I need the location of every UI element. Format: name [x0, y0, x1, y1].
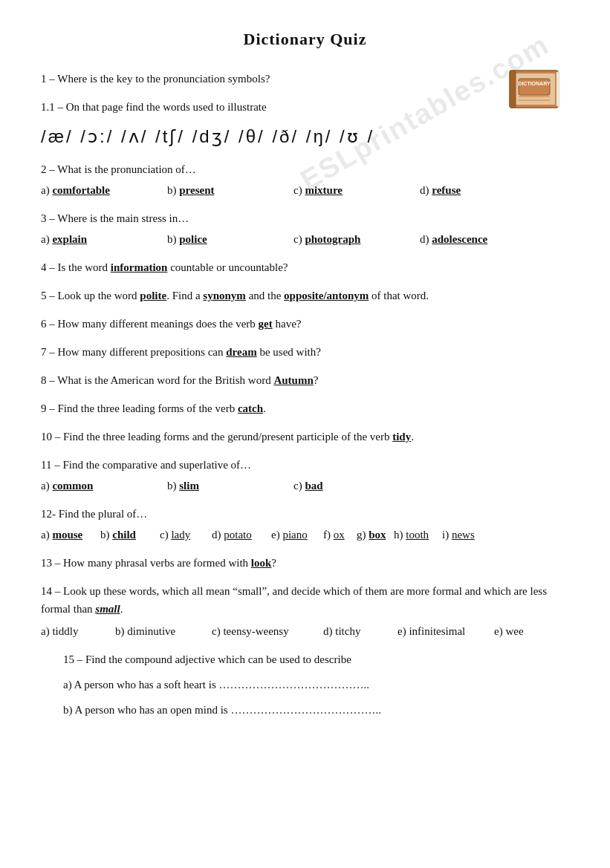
question-14: 14 – Look up these words, which all mean…	[41, 582, 569, 640]
q12-option-g: g) box	[357, 526, 394, 544]
question-1: 1 – Where is the key to the pronunciatio…	[41, 70, 569, 88]
q2-option-b: b) present	[167, 181, 293, 199]
q3-options: a) explain b) police c) photograph d) ad…	[41, 230, 569, 248]
question-4: 4 – Is the word information countable or…	[41, 258, 569, 276]
question-1-1: 1.1 – On that page find the words used t…	[41, 98, 569, 116]
question-7: 7 – How many different prepositions can …	[41, 343, 569, 361]
q2-options: a) comfortable b) present c) mixture d) …	[41, 181, 569, 199]
q1-1-text: 1.1 – On that page find the words used t…	[41, 101, 267, 113]
q3-option-c: c) photograph	[293, 230, 420, 248]
q12-option-a: a) mouse	[41, 526, 100, 544]
q12-option-f: f) ox	[323, 526, 357, 544]
question-13: 13 – How many phrasal verbs are formed w…	[41, 554, 569, 572]
q14-option-e2: e) wee	[494, 622, 539, 640]
svg-rect-3	[557, 72, 559, 106]
q15-b: b) A person who has an open mind is ……………	[63, 701, 569, 719]
svg-rect-2	[510, 71, 516, 108]
q2-option-a: a) comfortable	[41, 181, 167, 199]
q15-text: 15 – Find the compound adjective which c…	[63, 653, 351, 665]
q12-text: 12- Find the plural of…	[41, 508, 147, 520]
q11-option-b: b) slim	[167, 477, 293, 495]
q15-a: a) A person who has a soft heart is ……………	[63, 676, 569, 694]
dictionary-icon: DICTIONARY	[502, 59, 569, 115]
q2-option-c: c) mixture	[293, 181, 420, 199]
question-5: 5 – Look up the word polite. Find a syno…	[41, 287, 569, 304]
svg-text:DICTIONARY: DICTIONARY	[518, 81, 551, 86]
q14-option-e: e) infinitesimal	[398, 622, 494, 640]
q3-text: 3 – Where is the main stress in…	[41, 212, 189, 224]
q11-options: a) common b) slim c) bad	[41, 477, 569, 495]
q14-option-c: c) teensy-weensy	[212, 622, 323, 640]
q14-option-a: a) tiddly	[41, 622, 115, 640]
question-3: 3 – Where is the main stress in… a) expl…	[41, 209, 569, 248]
q12-options: a) mouse b) child c) lady d) potato e) p…	[41, 526, 569, 544]
q11-text: 11 – Find the comparative and superlativ…	[41, 459, 251, 471]
q1-text: 1 – Where is the key to the pronunciatio…	[41, 73, 270, 85]
question-8: 8 – What is the American word for the Br…	[41, 371, 569, 389]
page-title: Dictionary Quiz	[41, 30, 569, 49]
question-9: 9 – Find the three leading forms of the …	[41, 399, 569, 417]
q14-option-b: b) diminutive	[115, 622, 212, 640]
q12-option-i: i) news	[442, 526, 483, 544]
question-15: 15 – Find the compound adjective which c…	[63, 650, 569, 719]
q11-option-a: a) common	[41, 477, 167, 495]
q14-options: a) tiddly b) diminutive c) teensy-weensy…	[41, 622, 569, 640]
question-2: 2 – What is the pronunciation of… a) com…	[41, 160, 569, 199]
q12-option-b: b) child	[100, 526, 160, 544]
q2-option-d: d) refuse	[420, 181, 546, 199]
question-11: 11 – Find the comparative and superlativ…	[41, 456, 569, 495]
q12-option-h: h) tooth	[394, 526, 442, 544]
q14-option-d: d) titchy	[323, 622, 398, 640]
q12-option-c: c) lady	[160, 526, 212, 544]
q2-text: 2 – What is the pronunciation of…	[41, 163, 196, 175]
question-12: 12- Find the plural of… a) mouse b) chil…	[41, 505, 569, 544]
q3-option-d: d) adolescence	[420, 230, 546, 248]
q12-option-e: e) piano	[271, 526, 323, 544]
question-6: 6 – How many different meanings does the…	[41, 315, 569, 333]
phonetics-row: /æ/ /ɔ:/ /ʌ/ /tʃ/ /dʒ/ /θ/ /ð/ /ŋ/ /ʊ /	[41, 126, 569, 147]
question-10: 10 – Find the three leading forms and th…	[41, 428, 569, 446]
q12-option-d: d) potato	[212, 526, 271, 544]
q3-option-b: b) police	[167, 230, 293, 248]
q11-option-c: c) bad	[293, 477, 420, 495]
q3-option-a: a) explain	[41, 230, 167, 248]
